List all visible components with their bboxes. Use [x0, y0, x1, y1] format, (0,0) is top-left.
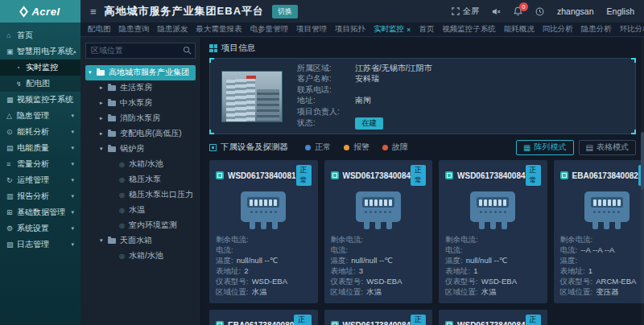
device-id: WSD06173840081 — [228, 171, 296, 180]
sidebar-subitem[interactable]: ↯配电图 — [0, 76, 80, 92]
tree-node[interactable]: ▾锅炉房 — [85, 142, 196, 157]
tree-node[interactable]: ◎稳压水泵出口压力 — [85, 187, 196, 203]
chevron-down-icon: ▾ — [71, 129, 74, 135]
caret-collapsed-icon[interactable]: ▸ — [100, 130, 108, 137]
measure-point-icon: ◎ — [119, 161, 125, 168]
measure-point-icon: ◎ — [119, 253, 125, 260]
legend-item: 正常 — [305, 142, 331, 153]
device-card[interactable]: EBA06173840080正常 — [209, 310, 318, 325]
tab-close-icon[interactable]: × — [407, 26, 411, 34]
tab[interactable]: 实时监控× — [369, 24, 415, 35]
tab[interactable]: 能耗概况 — [500, 24, 539, 35]
tree-node[interactable]: ▸中水泵房 — [85, 96, 196, 111]
tab[interactable]: 电参量管理 — [246, 24, 293, 35]
device-field-label: 仪表型号: — [560, 276, 593, 286]
tree-node[interactable]: ▸变配电房(高低压) — [85, 126, 196, 142]
region-tree: ▾高地城市服务产业集团▸生活泵房▸中水泵房▸消防水泵房▸变配电房(高低压)▾锅炉… — [85, 65, 196, 264]
tab[interactable]: 隐患分析 — [577, 24, 616, 35]
device-card[interactable]: WSD06173840084正常 — [324, 310, 433, 325]
sidebar-item[interactable]: ▥报告分析▾ — [0, 188, 80, 204]
tree-node[interactable]: ▾高地城市服务产业集团 — [85, 65, 196, 80]
tree-node[interactable]: ▸生活泵房 — [85, 80, 196, 96]
legend-label: 报警 — [353, 142, 369, 153]
tree-node[interactable]: ◎水箱/水池 — [85, 249, 196, 264]
tab[interactable]: 配电图 — [84, 24, 115, 35]
tab[interactable]: 最大需量报表 — [192, 24, 246, 35]
device-card[interactable]: EBA06173840082正常剩余电流:电流:--A --A --A温度:表地… — [554, 160, 644, 303]
tab[interactable]: 项目管理 — [292, 24, 331, 35]
caret-collapsed-icon[interactable]: ▸ — [100, 84, 108, 91]
folder-icon — [108, 146, 116, 152]
folder-icon — [108, 116, 116, 121]
app-root: Acrel ≡ 高地城市服务产业集团EBA平台 切换 全屏 0 zhangsan… — [0, 0, 644, 325]
tab[interactable]: 隐患派发 — [154, 24, 192, 35]
project-info-fields: 所属区域:江苏省/无锡市/江阴市客户名称:安科瑞联系电话:地址:南闸项目负责人:… — [297, 64, 432, 130]
language-switch[interactable]: English — [607, 6, 634, 16]
sidebar-subitem[interactable]: ◔实时监控 — [0, 60, 80, 76]
sidebar-subitem-label: 配电图 — [26, 78, 50, 89]
tree-node[interactable]: ◎水箱/水池 — [85, 157, 196, 172]
sidebar-item[interactable]: ⌂首页 — [0, 27, 80, 43]
mute-icon[interactable] — [492, 7, 501, 16]
sidebar-item[interactable]: ≡需量分析▾ — [0, 156, 80, 172]
device-icon — [331, 321, 339, 325]
main-scrollbar[interactable] — [641, 37, 644, 325]
field-label: 地址: — [297, 96, 355, 106]
measure-point-icon: ◎ — [119, 191, 125, 199]
sidebar-item[interactable]: ▦视频监控子系统 — [0, 92, 80, 108]
sidebar-item[interactable]: ⚙系统设置▾ — [0, 220, 80, 237]
caret-expanded-icon[interactable]: ▾ — [100, 146, 108, 152]
tree-node[interactable]: ▸消防水泵房 — [85, 111, 196, 126]
tree-node-label: 消防水泵房 — [120, 113, 160, 124]
tab[interactable]: 环比分析 — [616, 24, 644, 35]
tab[interactable]: 隐患查询 — [115, 24, 154, 35]
fullscreen-icon — [452, 7, 460, 15]
device-card[interactable]: WSD06173840081正常剩余电流:电流:温度:null/null --℃… — [209, 160, 318, 303]
grid-view-button[interactable]: ▦阵列模式 — [516, 140, 573, 155]
table-view-button[interactable]: ▤表格模式 — [579, 140, 636, 155]
caret-expanded-icon[interactable]: ▾ — [100, 237, 108, 244]
grid-view-icon: ▦ — [523, 143, 530, 152]
brand-logo[interactable]: Acrel — [0, 0, 80, 23]
caret-collapsed-icon[interactable]: ▸ — [100, 115, 108, 121]
scrollbar-thumb[interactable] — [641, 132, 644, 190]
sidebar-item[interactable]: ⊙能耗分析▾ — [0, 124, 80, 140]
sidebar-item[interactable]: ↻运维管理▾ — [0, 172, 80, 188]
switch-project-button[interactable]: 切换 — [272, 5, 298, 19]
help-clock-icon[interactable] — [535, 7, 544, 16]
device-id: EBA06173840082 — [572, 171, 638, 180]
region-search-input[interactable] — [85, 43, 196, 59]
tab[interactable]: 项目拓扑 — [331, 24, 369, 35]
tree-node[interactable]: ◎稳压水泵 — [85, 172, 196, 187]
sidebar-item[interactable]: ⊞基础数据管理▾ — [0, 204, 80, 220]
chevron-up-icon: ▴ — [73, 48, 76, 55]
device-card[interactable]: WSD06173840084正常剩余电流:电流:温度:null/null --℃… — [439, 160, 547, 303]
sidebar-item[interactable]: ▧日志管理▾ — [0, 237, 80, 253]
field-label: 项目负责人: — [297, 107, 355, 117]
sidebar-item[interactable]: ▤电能质量▾ — [0, 140, 80, 156]
fullscreen-button[interactable]: 全屏 — [452, 6, 479, 17]
tab[interactable]: 同比分析 — [539, 24, 577, 35]
sidebar-item-label: 智慧用电子系统 — [17, 46, 73, 57]
caret-expanded-icon[interactable]: ▾ — [89, 69, 97, 76]
tree-node[interactable]: ◎室内环境监测 — [85, 218, 196, 233]
notification-bell-icon[interactable]: 0 — [514, 6, 522, 16]
device-card[interactable]: WSD06173840084正常剩余电流:电流:温度:null/null --℃… — [324, 160, 433, 303]
menu-toggle-icon[interactable]: ≡ — [90, 6, 97, 18]
tree-node[interactable]: ◎水温 — [85, 203, 196, 218]
device-card[interactable]: WSD06173840084正常 — [439, 310, 547, 325]
device-field-row: 电流: — [331, 245, 427, 255]
tab[interactable]: 首页 — [415, 24, 438, 35]
caret-collapsed-icon[interactable]: ▸ — [100, 100, 108, 106]
sidebar-item[interactable]: △隐患管理▾ — [0, 108, 80, 124]
tree-node[interactable]: ▾天面水箱 — [85, 233, 196, 249]
username[interactable]: zhangsan — [557, 6, 594, 16]
building-shape — [226, 77, 255, 121]
tab[interactable]: 视频监控子系统 — [438, 24, 500, 35]
device-field-value: WSD-EBA — [252, 276, 287, 286]
sidebar-item[interactable]: ▣智慧用电子系统▴ — [0, 43, 80, 60]
sidebar-submenu: ◔实时监控↯配电图 — [0, 60, 80, 92]
folder-icon — [108, 85, 116, 91]
search-icon[interactable] — [183, 46, 192, 55]
device-fields: 剩余电流:电流:温度:null/null --℃表地址:3仪表型号:WSD-EB… — [331, 234, 427, 297]
